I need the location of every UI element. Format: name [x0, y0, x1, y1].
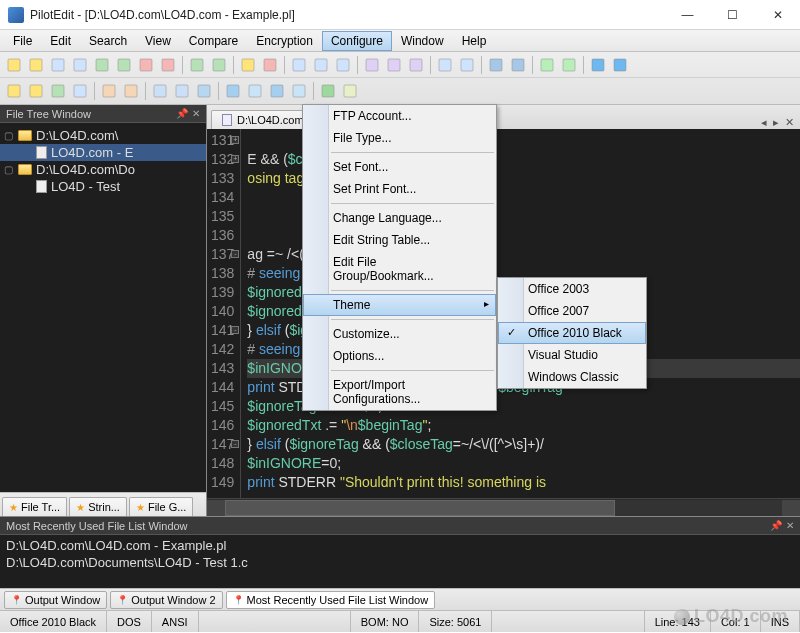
toolbar-button[interactable]	[238, 55, 258, 75]
toolbar-button[interactable]	[70, 81, 90, 101]
menu-item[interactable]: Set Print Font...	[303, 178, 496, 200]
code-line[interactable]: $ignoredTxt .= "\n$beginTag";	[247, 416, 800, 435]
theme-option[interactable]: Office 2003	[498, 278, 646, 300]
menu-encryption[interactable]: Encryption	[247, 31, 322, 51]
expand-icon[interactable]: ▢	[4, 130, 14, 141]
tree-folder[interactable]: ▢D:\LO4D.com\Do	[0, 161, 206, 178]
toolbar-button[interactable]	[435, 55, 455, 75]
theme-option[interactable]: Visual Studio	[498, 344, 646, 366]
toolbar-button[interactable]	[92, 55, 112, 75]
menu-item[interactable]: Set Font...	[303, 156, 496, 178]
menu-help[interactable]: Help	[453, 31, 496, 51]
menu-item[interactable]: File Type...	[303, 127, 496, 149]
toolbar-button[interactable]	[121, 81, 141, 101]
menu-file[interactable]: File	[4, 31, 41, 51]
toolbar-button[interactable]	[289, 55, 309, 75]
bottom-tab[interactable]: 📍Output Window 2	[110, 591, 222, 609]
close-button[interactable]: ✕	[755, 0, 800, 30]
menu-item[interactable]: FTP Account...	[303, 105, 496, 127]
mru-list[interactable]: D:\LO4D.com\LO4D.com - Example.plD:\LO4D…	[0, 535, 800, 588]
code-line[interactable]: } elsif ($ignoreTag && ($closeTag=~/<\/(…	[247, 435, 800, 454]
toolbar-button[interactable]	[610, 55, 630, 75]
toolbar-button[interactable]	[70, 55, 90, 75]
toolbar-button[interactable]	[333, 55, 353, 75]
mru-item[interactable]: D:\LO4D.com\LO4D.com - Example.pl	[6, 537, 794, 554]
mru-item[interactable]: D:\LO4D.com\Documents\LO4D - Test 1.c	[6, 554, 794, 571]
scroll-right-arrow[interactable]	[782, 500, 800, 516]
scroll-left-arrow[interactable]	[207, 500, 225, 516]
menu-item[interactable]: Change Language...	[303, 207, 496, 229]
toolbar-button[interactable]	[318, 81, 338, 101]
configure-menu-dropdown[interactable]: FTP Account...File Type...Set Font...Set…	[302, 104, 497, 411]
fold-icon[interactable]: +	[231, 136, 239, 144]
toolbar-button[interactable]	[26, 55, 46, 75]
menu-search[interactable]: Search	[80, 31, 136, 51]
toolbar-button[interactable]	[508, 55, 528, 75]
fold-icon[interactable]: -	[231, 326, 239, 334]
fold-icon[interactable]: +	[231, 155, 239, 163]
toolbar-button[interactable]	[245, 81, 265, 101]
tree-file[interactable]: LO4D.com - E	[0, 144, 206, 161]
menu-item[interactable]: Options...	[303, 345, 496, 367]
toolbar-button[interactable]	[4, 81, 24, 101]
toolbar-button[interactable]	[588, 55, 608, 75]
toolbar-button[interactable]	[209, 55, 229, 75]
bottom-tab[interactable]: 📍Output Window	[4, 591, 107, 609]
toolbar-button[interactable]	[289, 81, 309, 101]
toolbar-button[interactable]	[150, 81, 170, 101]
toolbar-button[interactable]	[99, 81, 119, 101]
toolbar-button[interactable]	[48, 55, 68, 75]
menu-configure[interactable]: Configure	[322, 31, 392, 51]
toolbar-button[interactable]	[406, 55, 426, 75]
tab-nav-right[interactable]: ▸	[773, 116, 779, 129]
toolbar-button[interactable]	[362, 55, 382, 75]
menu-view[interactable]: View	[136, 31, 180, 51]
toolbar-button[interactable]	[486, 55, 506, 75]
menu-item[interactable]: Customize...	[303, 323, 496, 345]
theme-submenu-dropdown[interactable]: Office 2003Office 2007Office 2010 Black✓…	[497, 277, 647, 389]
minimize-button[interactable]: —	[665, 0, 710, 30]
toolbar-button[interactable]	[26, 81, 46, 101]
menu-item[interactable]: Export/Import Configurations...	[303, 374, 496, 410]
toolbar-button[interactable]	[136, 55, 156, 75]
fold-icon[interactable]: -	[231, 440, 239, 448]
toolbar-button[interactable]	[559, 55, 579, 75]
menu-item[interactable]: Edit String Table...	[303, 229, 496, 251]
maximize-button[interactable]: ☐	[710, 0, 755, 30]
code-line[interactable]: $inIGNORE=0;	[247, 454, 800, 473]
sidebar-tab[interactable]: ★File G...	[129, 497, 194, 516]
menu-window[interactable]: Window	[392, 31, 453, 51]
tree-file[interactable]: LO4D - Test	[0, 178, 206, 195]
toolbar-button[interactable]	[158, 55, 178, 75]
toolbar-button[interactable]	[267, 81, 287, 101]
tab-close-icon[interactable]: ✕	[785, 116, 794, 129]
menu-item[interactable]: Edit File Group/Bookmark...	[303, 251, 496, 287]
menu-item[interactable]: Theme▸	[303, 294, 496, 316]
horizontal-scrollbar[interactable]	[207, 498, 800, 516]
toolbar-button[interactable]	[537, 55, 557, 75]
panel-close-icon[interactable]: ✕	[786, 520, 794, 531]
scroll-track[interactable]	[225, 500, 782, 516]
menu-edit[interactable]: Edit	[41, 31, 80, 51]
theme-option[interactable]: Windows Classic	[498, 366, 646, 388]
code-line[interactable]: print STDERR "Shouldn't print this! some…	[247, 473, 800, 492]
toolbar-button[interactable]	[223, 81, 243, 101]
pin-icon[interactable]: 📌	[770, 520, 782, 531]
bottom-tab[interactable]: 📍Most Recently Used File List Window	[226, 591, 436, 609]
sidebar-tab[interactable]: ★Strin...	[69, 497, 127, 516]
toolbar-button[interactable]	[187, 55, 207, 75]
toolbar-button[interactable]	[114, 55, 134, 75]
expand-icon[interactable]: ▢	[4, 164, 14, 175]
toolbar-button[interactable]	[311, 55, 331, 75]
sidebar-tab[interactable]: ★File Tr...	[2, 497, 67, 516]
toolbar-button[interactable]	[4, 55, 24, 75]
theme-option[interactable]: Office 2010 Black✓	[498, 322, 646, 344]
toolbar-button[interactable]	[194, 81, 214, 101]
menu-compare[interactable]: Compare	[180, 31, 247, 51]
toolbar-button[interactable]	[384, 55, 404, 75]
file-tree-body[interactable]: ▢D:\LO4D.com\LO4D.com - E▢D:\LO4D.com\Do…	[0, 123, 206, 492]
toolbar-button[interactable]	[340, 81, 360, 101]
toolbar-button[interactable]	[48, 81, 68, 101]
tab-nav-left[interactable]: ◂	[761, 116, 767, 129]
scroll-thumb[interactable]	[225, 500, 615, 516]
